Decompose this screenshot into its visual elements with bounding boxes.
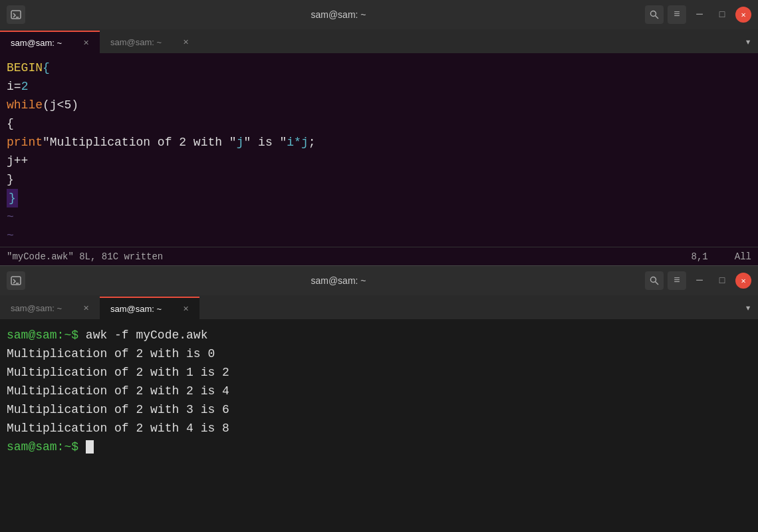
top-terminal-window: sam@sam: ~ ≡ ─ □ ✕ sam@sam: ~ ✕ sam@ [0, 0, 758, 266]
open-brace: { [7, 114, 14, 133]
begin-brace: { [43, 59, 50, 77]
bottom-tab-2-label: sam@sam: ~ [110, 304, 162, 314]
code-line-tilde3: ~ [0, 245, 758, 247]
tilde-2: ~ [7, 226, 14, 245]
output-line-2: Multiplication of 2 with 2 is 4 [7, 382, 751, 400]
close-icon: ✕ [741, 10, 745, 20]
maximize-icon: □ [719, 9, 725, 20]
bottom-maximize-button[interactable]: □ [713, 271, 731, 290]
bottom-minimize-icon: ─ [696, 275, 703, 287]
equals-sign: = [14, 77, 21, 96]
command-line: sam@sam:~$ awk -f myCode.awk [7, 326, 751, 344]
output-0-text: Multiplication of 2 with is 0 [7, 347, 215, 360]
bottom-window-title: sam@sam: ~ [32, 275, 645, 286]
command-prompt: sam@sam:~$ [7, 329, 78, 342]
bottom-tab-dropdown[interactable]: ▾ [738, 297, 758, 319]
bottom-tab-bar: sam@sam: ~ ✕ sam@sam: ~ ✕ ▾ [0, 295, 758, 319]
j-increment: j++ [7, 152, 28, 170]
output-line-1: Multiplication of 2 with 1 is 2 [7, 363, 751, 382]
tilde-1: ~ [7, 207, 14, 226]
top-tab-bar: sam@sam: ~ ✕ sam@sam: ~ ✕ ▾ [0, 29, 758, 53]
code-line-brace-open: { [0, 114, 758, 133]
bottom-close-button[interactable]: ✕ [735, 273, 751, 289]
ij-expr: i*j [287, 133, 308, 152]
final-prompt-text: sam@sam:~$ [7, 440, 78, 454]
output-3-text: Multiplication of 2 with 3 is 6 [7, 403, 229, 416]
top-tab-1[interactable]: sam@sam: ~ ✕ [0, 31, 100, 53]
bottom-minimize-button[interactable]: ─ [690, 271, 709, 290]
i-var: i [7, 77, 14, 96]
top-window-title: sam@sam: ~ [32, 9, 645, 20]
minimize-button[interactable]: ─ [690, 5, 709, 24]
semicolon: ; [309, 133, 316, 152]
code-line-while: while (j<5) [0, 96, 758, 114]
top-tab-2[interactable]: sam@sam: ~ ✕ [100, 31, 199, 53]
svg-line-7 [656, 282, 659, 285]
terminal-icon [7, 5, 25, 24]
code-line-close1: } [0, 170, 758, 189]
bottom-search-button[interactable] [645, 271, 664, 290]
top-tab-dropdown[interactable]: ▾ [738, 31, 758, 53]
bottom-close-icon: ✕ [741, 276, 745, 286]
bottom-tab-1-close[interactable]: ✕ [83, 304, 89, 313]
output-line-0: Multiplication of 2 with is 0 [7, 344, 751, 363]
bottom-terminal-icon [7, 271, 25, 290]
bottom-tab-2-close[interactable]: ✕ [183, 305, 189, 313]
bottom-menu-button[interactable]: ≡ [668, 271, 686, 290]
print-str2: " is " [243, 133, 287, 152]
svg-point-6 [651, 277, 656, 283]
while-keyword: while [7, 96, 43, 114]
cursor [86, 440, 94, 454]
i-val: 2 [21, 77, 29, 96]
code-line-i: i = 2 [0, 77, 758, 96]
top-tab-2-close[interactable]: ✕ [183, 38, 189, 47]
top-tab-2-label: sam@sam: ~ [110, 37, 162, 47]
top-titlebar: sam@sam: ~ ≡ ─ □ ✕ [0, 0, 758, 29]
top-tab-1-label: sam@sam: ~ [11, 38, 62, 48]
bottom-titlebar: sam@sam: ~ ≡ ─ □ ✕ [0, 266, 758, 295]
output-2-text: Multiplication of 2 with 2 is 4 [7, 384, 229, 398]
j-var: j [237, 133, 244, 152]
output-1-text: Multiplication of 2 with 1 is 2 [7, 366, 229, 379]
bottom-maximize-icon: □ [719, 275, 725, 286]
print-str1: "Multiplication of 2 with " [43, 133, 237, 152]
vim-status-all: All [735, 251, 751, 262]
output-4-text: Multiplication of 2 with 4 is 8 [7, 422, 229, 435]
svg-point-2 [651, 11, 656, 17]
code-line-begin: BEGIN { [0, 59, 758, 77]
command-text: awk -f myCode.awk [86, 329, 208, 342]
bottom-tab-1-label: sam@sam: ~ [11, 303, 62, 313]
code-line-print: print "Multiplication of 2 with " j " is… [0, 133, 758, 152]
bottom-tab-1[interactable]: sam@sam: ~ ✕ [0, 297, 100, 319]
bottom-hamburger-icon: ≡ [674, 275, 680, 287]
close-brace-2-highlighted: } [7, 189, 18, 207]
minimize-icon: ─ [696, 9, 703, 21]
bottom-tab-2[interactable]: sam@sam: ~ ✕ [100, 297, 199, 319]
final-prompt-line: sam@sam:~$ [7, 438, 751, 456]
top-tab-1-close[interactable]: ✕ [83, 39, 89, 47]
search-button[interactable] [645, 5, 664, 24]
vim-status-pos: 8,1 [692, 251, 708, 262]
menu-button[interactable]: ≡ [668, 5, 686, 24]
begin-keyword: BEGIN [7, 59, 43, 77]
editor-area: BEGIN { i = 2 while (j<5) { print "Multi… [0, 53, 758, 247]
terminal-output-area: sam@sam:~$ awk -f myCode.awk Multiplicat… [0, 319, 758, 532]
close-brace-1: } [7, 170, 14, 189]
tilde-3: ~ [7, 245, 14, 247]
bottom-window-controls: ≡ ─ □ ✕ [645, 271, 751, 290]
hamburger-icon: ≡ [674, 9, 680, 21]
output-line-3: Multiplication of 2 with 3 is 6 [7, 400, 751, 419]
vim-status-bar: "myCode.awk" 8L, 81C written 8,1 All [0, 247, 758, 265]
print-keyword: print [7, 133, 43, 152]
code-line-jinc: j++ [0, 152, 758, 170]
code-line-tilde1: ~ [0, 207, 758, 226]
output-line-4: Multiplication of 2 with 4 is 8 [7, 419, 751, 438]
top-window-controls: ≡ ─ □ ✕ [645, 5, 751, 24]
svg-line-3 [656, 16, 659, 19]
code-line-tilde2: ~ [0, 226, 758, 245]
code-line-close2: } [0, 189, 758, 207]
maximize-button[interactable]: □ [713, 5, 731, 24]
close-button[interactable]: ✕ [735, 7, 751, 23]
bottom-terminal-window: sam@sam: ~ ≡ ─ □ ✕ sam@sam: ~ ✕ sam@ [0, 266, 758, 532]
vim-status-left: "myCode.awk" 8L, 81C written [7, 251, 692, 262]
